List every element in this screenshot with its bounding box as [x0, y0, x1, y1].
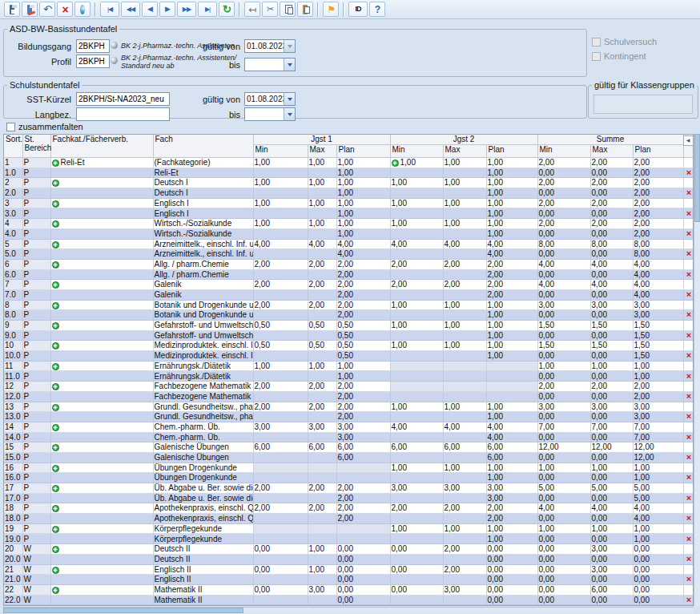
value-cell[interactable]: 1,00: [486, 208, 537, 219]
value-cell[interactable]: 1,50: [633, 341, 683, 351]
value-cell[interactable]: 2,00: [537, 219, 590, 229]
value-cell[interactable]: 0,00: [590, 269, 633, 280]
value-cell[interactable]: 2,00: [253, 483, 308, 494]
value-cell[interactable]: [390, 391, 443, 402]
value-cell[interactable]: 1,00: [253, 178, 308, 188]
value-cell[interactable]: 2,00: [336, 402, 390, 412]
value-cell[interactable]: 1,00: [633, 473, 683, 483]
value-cell[interactable]: 1,00: [590, 361, 633, 371]
value-cell[interactable]: 5,00: [537, 483, 590, 494]
value-cell[interactable]: [336, 473, 390, 483]
value-cell[interactable]: 8,00: [590, 239, 633, 249]
id-button[interactable]: ID: [348, 2, 368, 17]
value-cell[interactable]: [308, 554, 336, 564]
value-cell[interactable]: [308, 188, 336, 199]
column-config-icon[interactable]: ◀: [683, 135, 694, 146]
value-cell[interactable]: [253, 523, 308, 534]
value-cell[interactable]: 4,00: [390, 239, 443, 249]
value-cell[interactable]: 0,00: [537, 544, 590, 555]
value-cell[interactable]: 2,00: [308, 382, 336, 392]
value-cell[interactable]: [443, 289, 486, 300]
horizontal-scrollbar-thumb[interactable]: [3, 608, 243, 613]
col-header-fachkat[interactable]: Fachkat./Fächerverb.: [50, 135, 153, 158]
value-cell[interactable]: 0,00: [336, 554, 390, 564]
value-cell[interactable]: 4,00: [633, 289, 683, 300]
value-cell[interactable]: 0,50: [336, 321, 390, 331]
value-cell[interactable]: 1,00: [308, 198, 336, 208]
value-cell[interactable]: 2,00: [486, 280, 537, 290]
value-cell[interactable]: 2,00: [308, 503, 336, 514]
table-row[interactable]: 1P+Reli-Et(Fachkategorie)1,001,001,00+1,…: [4, 158, 694, 168]
value-cell[interactable]: 1,00: [633, 361, 683, 371]
value-cell[interactable]: 1,00: [336, 219, 390, 229]
nav-next-icon[interactable]: ▶: [159, 2, 175, 17]
value-cell[interactable]: 0,00: [590, 493, 633, 503]
value-cell[interactable]: 3,00: [443, 584, 486, 595]
value-cell[interactable]: 1,50: [633, 351, 683, 362]
value-cell[interactable]: [308, 473, 336, 483]
value-cell[interactable]: 1,00: [443, 463, 486, 473]
value-cell[interactable]: 0,00: [590, 534, 633, 544]
value-cell[interactable]: [443, 208, 486, 219]
table-row[interactable]: 5.0PArzneimittelk., einschl. Inf. u.Ber.…: [4, 249, 694, 260]
table-row[interactable]: 16.0PÜbungen Drogenkunde1,000,000,001,00…: [4, 473, 694, 483]
add-fach-icon[interactable]: +: [52, 424, 59, 431]
value-cell[interactable]: [336, 463, 390, 473]
value-cell[interactable]: [390, 361, 443, 371]
value-cell[interactable]: [253, 330, 308, 341]
value-cell[interactable]: 1,50: [590, 321, 633, 331]
table-row[interactable]: 17P+Üb. Abgabe u. Ber. sowie dig. Tec...…: [4, 483, 694, 494]
value-cell[interactable]: 0,00: [336, 595, 390, 605]
value-cell[interactable]: 2,00: [590, 382, 633, 392]
value-cell[interactable]: 0,00: [537, 412, 590, 422]
nav-prev-icon[interactable]: ◀: [142, 2, 158, 17]
value-cell[interactable]: 1,00: [633, 371, 683, 382]
value-cell[interactable]: 1,00: [443, 321, 486, 331]
value-cell[interactable]: 1,00: [308, 219, 336, 229]
value-cell[interactable]: 1,00: [390, 219, 443, 229]
value-cell[interactable]: 0,00: [590, 391, 633, 402]
value-cell[interactable]: 0,00: [486, 584, 537, 595]
value-cell[interactable]: 0,00: [537, 493, 590, 503]
delete-row-icon[interactable]: ×: [686, 269, 691, 279]
value-cell[interactable]: 2,00: [486, 289, 537, 300]
value-cell[interactable]: 1,00: [390, 463, 443, 473]
value-cell[interactable]: [443, 493, 486, 503]
value-cell[interactable]: [390, 493, 443, 503]
delete-row-icon[interactable]: ×: [686, 493, 691, 503]
value-cell[interactable]: [486, 382, 537, 392]
table-row[interactable]: 13P+Grundl. Gesundheitsw., pharm. B...2,…: [4, 402, 694, 412]
delete-row-icon[interactable]: ×: [686, 371, 691, 381]
value-cell[interactable]: 1,00: [308, 158, 336, 168]
value-cell[interactable]: 0,50: [308, 341, 336, 351]
refresh-icon[interactable]: ↻: [219, 2, 235, 17]
delete-row-icon[interactable]: ×: [686, 473, 691, 483]
combo-dropdown-button[interactable]: [284, 59, 295, 71]
value-cell[interactable]: 4,00: [336, 239, 390, 249]
value-cell[interactable]: 2,00: [537, 198, 590, 208]
value-cell[interactable]: 2,00: [308, 300, 336, 310]
value-cell[interactable]: [443, 382, 486, 392]
date-dropdown-button[interactable]: [284, 93, 295, 105]
value-cell[interactable]: 1,00: [537, 523, 590, 534]
table-row[interactable]: 21.0WEnglisch II0,000,000,000,000,00×: [4, 575, 694, 585]
value-cell[interactable]: 2,00: [336, 310, 390, 321]
value-cell[interactable]: 2,00: [253, 503, 308, 514]
value-cell[interactable]: 1,00: [336, 371, 390, 382]
value-cell[interactable]: [308, 391, 336, 402]
value-cell[interactable]: 1,00: [486, 300, 537, 310]
table-row[interactable]: 9.0PGefahrstoff- und Umweltschutzku...0,…: [4, 330, 694, 341]
value-cell[interactable]: 6,00: [336, 442, 390, 453]
value-cell[interactable]: 1,00: [486, 330, 537, 341]
add-fach-icon[interactable]: +: [52, 404, 59, 411]
value-cell[interactable]: 1,00: [486, 351, 537, 362]
value-cell[interactable]: 3,00: [633, 412, 683, 422]
value-cell[interactable]: [443, 534, 486, 544]
value-cell[interactable]: 2,00: [336, 391, 390, 402]
value-cell[interactable]: 5,00: [633, 483, 683, 494]
table-row[interactable]: 4.0PWirtsch.-/Sozialkunde1,001,000,000,0…: [4, 228, 694, 239]
value-cell[interactable]: +1,00: [390, 158, 443, 168]
value-cell[interactable]: 4,00: [486, 432, 537, 442]
value-cell[interactable]: 2,00: [443, 280, 486, 290]
value-cell[interactable]: 0,00: [590, 473, 633, 483]
